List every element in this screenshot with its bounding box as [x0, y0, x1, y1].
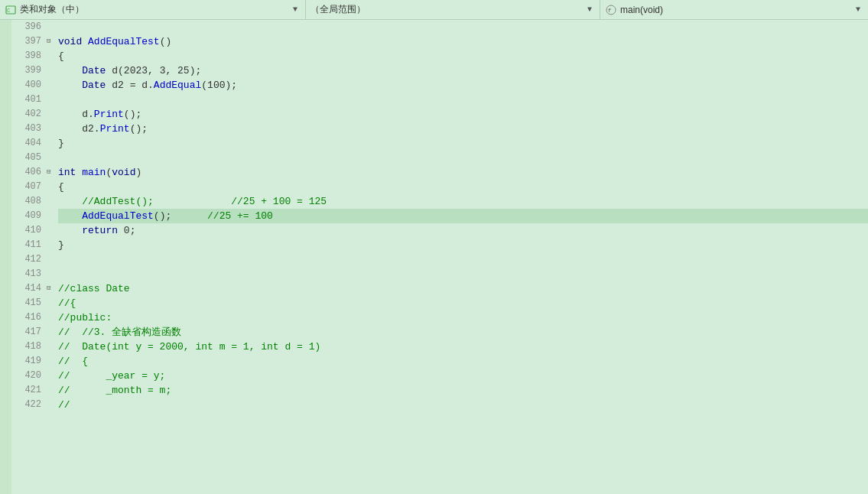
line-number: 410 [11, 223, 41, 238]
line-number: 414 [11, 281, 41, 296]
code-line: { [58, 180, 868, 194]
gutter-cell [46, 354, 55, 369]
function-icon: f [605, 4, 617, 16]
gutter-cell [46, 20, 55, 34]
top-bar-left[interactable]: C 类和对象（中） ▼ [0, 0, 306, 19]
line-number: 399 [11, 63, 41, 78]
gutter-cell [46, 325, 55, 340]
code-line [58, 252, 868, 267]
line-number: 418 [11, 340, 41, 354]
code-line: //public: [58, 310, 868, 325]
line-number: 398 [11, 49, 41, 63]
line-number: 408 [11, 194, 41, 209]
line-number: 407 [11, 180, 41, 194]
line-number: 402 [11, 107, 41, 122]
line-number: 412 [11, 252, 41, 267]
code-line: // [58, 398, 868, 412]
code-line: Date d(2023, 3, 25); [58, 63, 868, 78]
code-line: d.Print(); [58, 107, 868, 122]
code-line: void AddEqualTest() [58, 34, 868, 49]
code-line: // { [58, 354, 868, 369]
gutter-cell [46, 369, 55, 383]
code-line: d2.Print(); [58, 122, 868, 136]
code-line [58, 267, 868, 281]
gutter-cell[interactable]: ⊟ [46, 281, 55, 296]
gutter-cell [46, 252, 55, 267]
line-number: 404 [11, 136, 41, 151]
dropdown-left-icon[interactable]: ▼ [290, 5, 301, 14]
gutter-cell [46, 151, 55, 165]
line-number: 409 [11, 209, 41, 223]
gutter-cell [46, 383, 55, 398]
line-number: 411 [11, 238, 41, 252]
code-line: int main(void) [58, 165, 868, 180]
line-number: 421 [11, 383, 41, 398]
gutter-cell [46, 63, 55, 78]
gutter-cell [46, 398, 55, 412]
svg-text:f: f [608, 8, 611, 14]
line-number: 422 [11, 398, 41, 412]
line-number: 415 [11, 296, 41, 310]
line-number: 397 [11, 34, 41, 49]
top-bar-middle[interactable]: （全局范围） ▼ [306, 0, 600, 19]
gutter-cell[interactable]: ⊟ [46, 165, 55, 180]
gutter-cell [46, 180, 55, 194]
code-line: //class Date [58, 281, 868, 296]
line-number: 401 [11, 93, 41, 107]
line-number: 417 [11, 325, 41, 340]
dropdown-middle-icon[interactable]: ▼ [584, 5, 595, 14]
gutter-cell [46, 296, 55, 310]
line-number: 405 [11, 151, 41, 165]
gutter-cell [46, 238, 55, 252]
line-number: 400 [11, 78, 41, 93]
code-line: AddEqualTest(); //25 += 100 [58, 209, 868, 223]
top-bar-middle-label: （全局范围） [310, 3, 584, 16]
gutter-cell [46, 122, 55, 136]
code-line: } [58, 238, 868, 252]
code-editor[interactable]: void AddEqualTest(){ Date d(2023, 3, 25)… [55, 20, 868, 494]
code-line: //{ [58, 296, 868, 310]
code-line [58, 93, 868, 107]
editor-area: 3963973983994004014024034044054064074084… [0, 20, 868, 494]
top-bar: C 类和对象（中） ▼ （全局范围） ▼ f main(void) ▼ [0, 0, 868, 20]
code-line: // //3. 全缺省构造函数 [58, 325, 868, 340]
code-line: return 0; [58, 223, 868, 238]
top-bar-right-label: main(void) [620, 5, 853, 15]
code-line [58, 151, 868, 165]
gutter-cell [46, 93, 55, 107]
code-line: //AddTest(); //25 + 100 = 125 [58, 194, 868, 209]
class-icon: C [5, 4, 17, 16]
gutter-cell [46, 340, 55, 354]
line-number: 403 [11, 122, 41, 136]
code-panel: 3963973983994004014024034044054064074084… [11, 20, 868, 494]
gutter-cell [46, 78, 55, 93]
line-number: 416 [11, 310, 41, 325]
code-line: Date d2 = d.AddEqual(100); [58, 78, 868, 93]
line-numbers: 3963973983994004014024034044054064074084… [11, 20, 46, 494]
gutter-cell [46, 49, 55, 63]
gutter-cell [46, 310, 55, 325]
gutter-cell [46, 223, 55, 238]
code-line: // Date(int y = 2000, int m = 1, int d =… [58, 340, 868, 354]
left-margin [0, 20, 11, 494]
code-line: { [58, 49, 868, 63]
code-line: } [58, 136, 868, 151]
dropdown-right-icon[interactable]: ▼ [853, 5, 863, 14]
gutter-cell [46, 107, 55, 122]
line-number: 419 [11, 354, 41, 369]
svg-text:C: C [7, 8, 10, 14]
code-line: // _year = y; [58, 369, 868, 383]
code-line [58, 20, 868, 34]
gutter-cell [46, 136, 55, 151]
line-number: 406 [11, 165, 41, 180]
gutter-cell [46, 209, 55, 223]
line-number: 396 [11, 20, 41, 34]
line-number: 413 [11, 267, 41, 281]
gutter: ⊟⊟⊟ [46, 20, 55, 494]
gutter-cell[interactable]: ⊟ [46, 34, 55, 49]
top-bar-right[interactable]: f main(void) ▼ [600, 0, 868, 19]
gutter-cell [46, 194, 55, 209]
top-bar-left-label: 类和对象（中） [20, 3, 290, 16]
code-line: // _month = m; [58, 383, 868, 398]
line-number: 420 [11, 369, 41, 383]
